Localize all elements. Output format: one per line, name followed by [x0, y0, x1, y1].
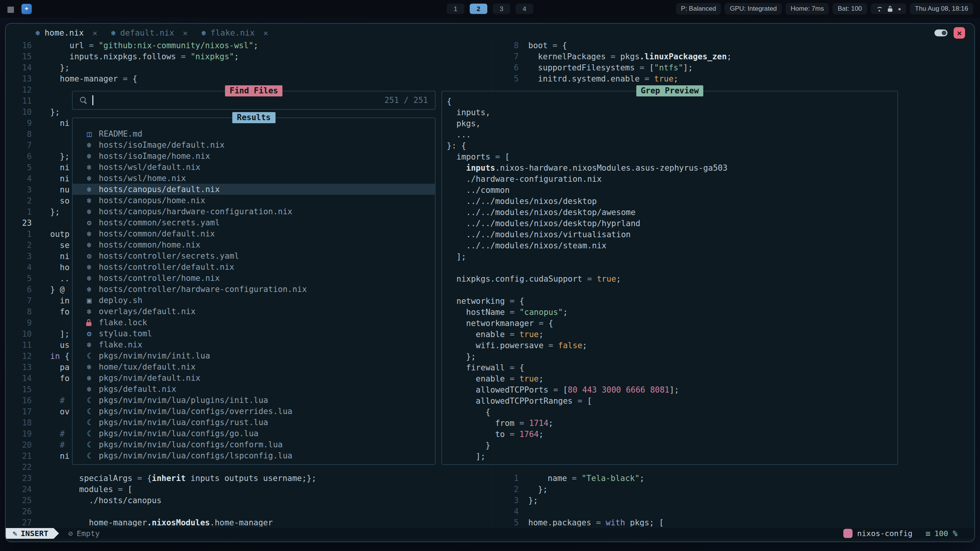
result-item[interactable]: ❄hosts/controller/hardware-configuration…	[73, 284, 435, 295]
result-item[interactable]: ❄hosts/canopus/hardware-configuration.ni…	[73, 206, 435, 217]
tab-close-icon[interactable]: ×	[263, 28, 268, 38]
result-item[interactable]: ❄hosts/common/home.nix	[73, 239, 435, 250]
editor-line[interactable]: 15 inputs.nixpkgs.follows = "nixpkgs";	[6, 51, 492, 62]
result-item[interactable]: ☾pkgs/nvim/nvim/lua/configs/conform.lua	[73, 439, 435, 450]
editor-line[interactable]	[447, 262, 897, 273]
editor-line[interactable]: ...	[447, 129, 897, 140]
result-item[interactable]: ❄hosts/wsl/home.nix	[73, 173, 435, 184]
editor-line[interactable]: }: {	[447, 140, 897, 151]
editor-line[interactable]: 25 ./hosts/canopus	[6, 495, 492, 506]
result-item[interactable]: ☾pkgs/nvim/nvim/lua/configs/overrides.lu…	[73, 406, 435, 417]
tab-close-icon[interactable]: ×	[92, 28, 97, 38]
editor-line[interactable]: networkmanager = {	[447, 318, 897, 329]
tab-flake-nix[interactable]: ❄ flake.nix ×	[194, 28, 275, 38]
workspace-4[interactable]: 4	[516, 4, 533, 14]
result-item[interactable]: ☾pkgs/nvim/nvim/lua/configs/rust.lua	[73, 417, 435, 428]
tab-default-nix[interactable]: ❄ default.nix ×	[104, 28, 194, 38]
editor-line[interactable]: nixpkgs.config.cudaSupport = true;	[447, 273, 897, 284]
result-item[interactable]: ⚙hosts/controller/secrets.yaml	[73, 250, 435, 261]
result-item[interactable]: ❄hosts/isoImage/home.nix	[73, 150, 435, 161]
nix-file-icon: ❄	[84, 240, 94, 249]
editor-line[interactable]: };	[447, 351, 897, 362]
result-item[interactable]: ❄hosts/isoImage/default.nix	[73, 139, 435, 150]
editor-line[interactable]: enable = true;	[447, 373, 897, 384]
result-item[interactable]: ❄pkgs/nvim/default.nix	[73, 372, 435, 383]
result-item[interactable]: ☾pkgs/nvim/nvim/init.lua	[73, 350, 435, 361]
result-item[interactable]: ❄hosts/canopus/home.nix	[73, 195, 435, 206]
result-item[interactable]: ❄hosts/common/default.nix	[73, 228, 435, 239]
editor-line[interactable]: wifi.powersave = false;	[447, 340, 897, 351]
editor-line[interactable]: 23 specialArgs = {inherit inputs outputs…	[6, 473, 492, 484]
result-item[interactable]: ❄hosts/controller/default.nix	[73, 261, 435, 272]
editor-line[interactable]: ../../modules/nixos/desktop/hyprland	[447, 218, 897, 229]
workspace-2-active[interactable]: 2	[470, 4, 487, 14]
editor-line[interactable]: ../../modules/nixos/steam.nix	[447, 240, 897, 251]
editor-line[interactable]: ];	[447, 251, 897, 262]
editor-line[interactable]: {	[447, 96, 897, 107]
editor-line[interactable]: {	[447, 406, 897, 417]
result-item[interactable]: ❄overlays/default.nix	[73, 306, 435, 317]
editor-line[interactable]: 26	[6, 506, 492, 517]
editor-line[interactable]: firewall = {	[447, 362, 897, 373]
editor-line[interactable]: }	[447, 440, 897, 451]
result-item[interactable]: ⚙stylua.toml	[73, 328, 435, 339]
result-item[interactable]: ☾pkgs/nvim/nvim/lua/configs/go.lua	[73, 428, 435, 439]
editor-line[interactable]: 8boot = {	[492, 40, 974, 51]
workspace-1[interactable]: 1	[447, 4, 464, 14]
result-item[interactable]: ☾pkgs/nvim/nvim/lua/plugins/init.lua	[73, 395, 435, 406]
editor-line[interactable]: ];	[447, 451, 897, 462]
editor-line[interactable]: ../../modules/nixos/desktop	[447, 196, 897, 207]
editor-line[interactable]: hostName = "canopus";	[447, 306, 897, 318]
result-item[interactable]: ◫README.md	[73, 128, 435, 139]
tab-home-nix[interactable]: ❄ home.nix ×	[29, 28, 104, 38]
editor-line[interactable]: to = 1764;	[447, 429, 897, 440]
editor-line[interactable]: pkgs,	[447, 118, 897, 129]
editor-line[interactable]: inputs,	[447, 107, 897, 118]
editor-line[interactable]: allowedTCPPortRanges = [	[447, 395, 897, 406]
editor-line[interactable]	[447, 284, 897, 295]
editor-line[interactable]: ../../modules/nixos/virtualisation	[447, 229, 897, 240]
editor-line[interactable]: 24 modules = [	[6, 484, 492, 495]
editor-line[interactable]: 5home.packages = with pkgs; [	[492, 517, 974, 527]
editor-line[interactable]: 14 };	[6, 62, 492, 73]
result-item[interactable]: ❄pkgs/default.nix	[73, 383, 435, 395]
editor-line[interactable]: enable = true;	[447, 329, 897, 340]
editor-line[interactable]: 5 initrd.systemd.enable = true;	[492, 73, 974, 84]
editor-line[interactable]: 27 home-manager.nixosModules.home-manage…	[6, 517, 492, 527]
result-item[interactable]: ❄flake.nix	[73, 339, 435, 350]
result-item[interactable]: flake.lock	[73, 317, 435, 328]
result-item[interactable]: ❄home/tux/default.nix	[73, 361, 435, 372]
pin-toggle-icon[interactable]	[934, 29, 947, 36]
lock-icon[interactable]	[888, 6, 893, 11]
tab-close-icon[interactable]: ×	[183, 28, 188, 38]
record-dot-icon[interactable]: ●	[898, 6, 901, 11]
editor-line[interactable]: allowedTCPPorts = [80 443 3000 6666 8081…	[447, 384, 897, 395]
editor-line[interactable]: ./hardware-configuration.nix	[447, 173, 897, 184]
workspace-3[interactable]: 3	[493, 4, 510, 14]
editor-line[interactable]: networking = {	[447, 295, 897, 306]
editor-line[interactable]: 16 url = "github:nix-community/nixos-wsl…	[6, 40, 492, 51]
editor-line[interactable]: ../../modules/nixos/desktop/awesome	[447, 207, 897, 218]
result-item[interactable]: ▣deploy.sh	[73, 295, 435, 306]
editor-line[interactable]: 4	[492, 506, 974, 517]
editor-line[interactable]: 3};	[492, 495, 974, 506]
result-item[interactable]: ☾pkgs/nvim/nvim/lua/configs/lspconfig.lu…	[73, 450, 435, 461]
result-item[interactable]: ❄hosts/wsl/default.nix	[73, 161, 435, 173]
editor-line[interactable]: 1 name = "Tela-black";	[492, 473, 974, 484]
editor-line[interactable]: 13 home-manager = {	[6, 73, 492, 84]
result-item[interactable]: ⚙hosts/common/secrets.yaml	[73, 217, 435, 228]
editor-line[interactable]: imports = [	[447, 151, 897, 162]
result-item[interactable]: ❄hosts/canopus/default.nix	[73, 184, 435, 195]
result-item[interactable]: ❄hosts/controller/home.nix	[73, 272, 435, 284]
window-close-button[interactable]: ×	[954, 27, 965, 39]
editor-line[interactable]: inputs.nixos-hardware.nixosModules.asus-…	[447, 162, 897, 173]
editor-line[interactable]: ../common	[447, 184, 897, 196]
app-grid-icon[interactable]: ▦	[7, 5, 15, 13]
wifi-icon[interactable]	[876, 7, 883, 11]
editor-line[interactable]: 7 kernelPackages = pkgs.linuxPackages_ze…	[492, 51, 974, 62]
editor-line[interactable]: from = 1714;	[447, 417, 897, 429]
editor-line[interactable]: 2 };	[492, 484, 974, 495]
editor-line[interactable]: 6 supportedFilesystems = ["ntfs"];	[492, 62, 974, 73]
find-files-prompt[interactable]: Find Files 251 / 251	[72, 91, 436, 110]
launcher-icon[interactable]: ✦	[21, 4, 32, 14]
